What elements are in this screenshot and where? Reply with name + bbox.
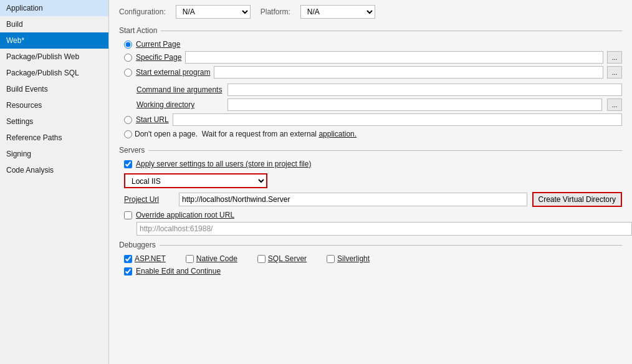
start-external-label[interactable]: Start external program [136,68,210,77]
debuggers-row: ASP.NETNative CodeSQL ServerSilverlight [124,254,622,263]
current-page-radio[interactable] [124,41,132,49]
top-bar: Configuration: N/A Platform: N/A [119,5,622,19]
enable-edit-checkbox[interactable] [124,267,132,275]
start-url-radio[interactable] [124,116,132,124]
dont-open-radio[interactable] [124,130,132,138]
start-url-row: Start URL [124,113,622,126]
server-dropdown[interactable]: Local IIS IIS Express Custom [124,173,267,188]
dont-open-row: Don't open a page. Wait for a request fr… [124,130,622,138]
sidebar-item-resources[interactable]: Resources [0,97,108,113]
working-dir-label[interactable]: Working directory [136,100,224,109]
enable-edit-label[interactable]: Enable Edit and Continue [136,267,221,275]
server-select-wrapper: Local IIS IIS Express Custom [124,173,622,188]
configuration-label: Configuration: [119,7,166,16]
sidebar-item-web[interactable]: Web* [0,32,108,49]
main-content: Configuration: N/A Platform: N/A Start A… [109,0,632,364]
project-url-label[interactable]: Project Url [124,195,174,204]
working-dir-input[interactable] [227,98,602,111]
project-url-input[interactable]: http://localhost/Northwind.Server [179,193,527,206]
current-page-label[interactable]: Current Page [136,40,180,49]
sidebar-item-signing[interactable]: Signing [0,146,108,162]
debugger-checkbox-silverlight[interactable] [327,255,335,263]
project-url-row: Project Url http://localhost/Northwind.S… [124,192,622,207]
enable-edit-row: Enable Edit and Continue [124,267,622,275]
debugger-item-aspnet: ASP.NET [124,254,166,263]
start-external-input[interactable] [214,66,603,79]
specific-page-radio[interactable] [124,54,132,62]
apply-settings-label[interactable]: Apply server settings to all users (stor… [136,160,311,168]
debugger-item-native-code: Native Code [186,254,237,263]
servers-heading: Servers [119,146,622,155]
debugger-label-sql-server[interactable]: SQL Server [268,254,307,263]
sidebar: ApplicationBuildWeb*Package/Publish WebP… [0,0,109,364]
command-line-input[interactable] [227,84,622,96]
servers-content: Apply server settings to all users (stor… [124,160,622,236]
specific-page-label[interactable]: Specific Page [136,53,181,62]
start-action-heading: Start Action [119,26,622,35]
command-line-label[interactable]: Command line arguments [136,85,224,94]
working-dir-row: Working directory ... [136,98,622,111]
override-row: Override application root URL [124,211,622,219]
sidebar-item-package-publish-web[interactable]: Package/Publish Web [0,49,108,65]
override-checkbox[interactable] [124,211,132,219]
debugger-checkbox-native-code[interactable] [186,255,194,263]
platform-select[interactable]: N/A [300,5,375,19]
specific-page-browse-btn[interactable]: ... [607,51,622,64]
specific-page-row: Specific Page ... [124,51,622,64]
configuration-select[interactable]: N/A [176,5,251,19]
start-url-label[interactable]: Start URL [136,115,169,124]
override-url-display: http://localhost:61988/ [136,222,632,236]
create-virtual-directory-button[interactable]: Create Virtual Directory [532,192,623,207]
command-line-row: Command line arguments [136,84,622,96]
override-label[interactable]: Override application root URL [136,211,234,219]
current-page-row: Current Page [124,40,622,49]
apply-settings-checkbox[interactable] [124,160,132,168]
start-url-input[interactable] [173,113,622,126]
working-dir-browse-btn[interactable]: ... [607,98,622,111]
sidebar-item-package-publish-sql[interactable]: Package/Publish SQL [0,65,108,81]
debugger-label-silverlight[interactable]: Silverlight [337,254,370,263]
sidebar-item-settings[interactable]: Settings [0,113,108,130]
sidebar-item-reference-paths[interactable]: Reference Paths [0,130,108,146]
start-external-radio[interactable] [124,69,132,77]
sidebar-item-build[interactable]: Build [0,16,108,32]
start-action-group: Current Page Specific Page ... Start ext… [124,40,622,79]
debugger-checkbox-sql-server[interactable] [257,255,266,263]
debugger-item-sql-server: SQL Server [257,254,307,263]
debugger-label-aspnet[interactable]: ASP.NET [135,254,166,263]
debugger-label-native-code[interactable]: Native Code [196,254,237,263]
sidebar-item-application[interactable]: Application [0,0,108,16]
start-external-browse-btn[interactable]: ... [607,66,622,79]
start-external-row: Start external program ... [124,66,622,79]
apply-settings-row: Apply server settings to all users (stor… [124,160,622,168]
dont-open-text: Don't open a page. Wait for a request fr… [135,130,357,138]
specific-page-input[interactable] [185,51,603,64]
platform-label: Platform: [261,7,290,16]
debugger-item-silverlight: Silverlight [327,254,370,263]
debugger-checkbox-aspnet[interactable] [124,255,132,263]
sidebar-item-code-analysis[interactable]: Code Analysis [0,162,108,178]
sidebar-item-build-events[interactable]: Build Events [0,81,108,97]
debuggers-heading: Debuggers [119,241,622,249]
